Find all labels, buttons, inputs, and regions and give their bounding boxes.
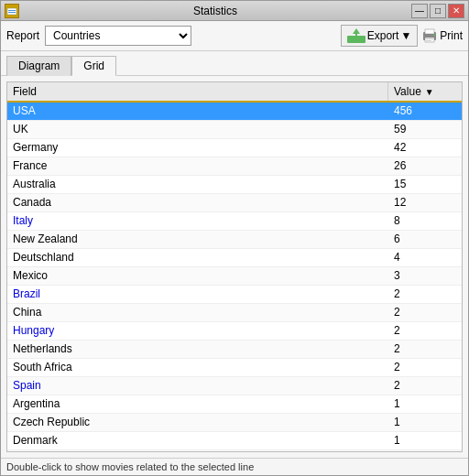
- table-row[interactable]: Canada12: [7, 194, 462, 212]
- export-dropdown-icon: ▼: [400, 29, 411, 42]
- table-row[interactable]: Australia15: [7, 176, 462, 194]
- status-text: Double-click to show movies related to t…: [6, 461, 254, 472]
- cell-field: Denmark: [7, 432, 388, 449]
- report-label: Report: [6, 29, 39, 42]
- cell-value: 2: [388, 341, 462, 358]
- sort-icon[interactable]: ▼: [425, 87, 434, 97]
- table-row[interactable]: France26: [7, 157, 462, 176]
- cell-field: UK: [7, 121, 388, 138]
- report-select[interactable]: Countries: [45, 26, 191, 46]
- cell-field: New Zealand: [7, 231, 388, 248]
- status-bar: Double-click to show movies related to t…: [1, 458, 468, 475]
- cell-field: Netherlands: [7, 341, 388, 358]
- cell-field: France: [7, 157, 388, 175]
- svg-rect-10: [426, 40, 431, 41]
- table-row[interactable]: Netherlands2: [7, 341, 462, 359]
- cell-field: Germany: [7, 139, 388, 157]
- svg-point-11: [433, 34, 435, 36]
- cell-field: Australia: [7, 176, 388, 193]
- cell-value: 12: [388, 194, 462, 211]
- cell-field: Deutschland: [7, 249, 388, 266]
- cell-value: 2: [388, 322, 462, 340]
- svg-rect-2: [8, 12, 16, 13]
- data-grid: Field Value ▼ USA456UK59Germany42France2…: [6, 81, 463, 452]
- cell-field: Canada: [7, 194, 388, 211]
- table-row[interactable]: Greece1: [7, 450, 462, 451]
- cell-field: Greece: [7, 450, 388, 451]
- cell-value: 26: [388, 157, 462, 175]
- table-row[interactable]: Czech Republic1: [7, 414, 462, 432]
- tab-grid[interactable]: Grid: [71, 56, 116, 76]
- table-row[interactable]: UK59: [7, 121, 462, 139]
- table-row[interactable]: Mexico3: [7, 267, 462, 286]
- cell-value: 456: [388, 103, 462, 120]
- cell-field: Hungary: [7, 322, 388, 340]
- svg-rect-1: [8, 10, 16, 11]
- table-row[interactable]: Brazil2: [7, 286, 462, 304]
- main-window: Statistics — □ ✕ Report Countries Export…: [0, 0, 469, 476]
- grid-header: Field Value ▼: [7, 82, 462, 103]
- table-row[interactable]: USA456: [7, 103, 462, 121]
- close-button[interactable]: ✕: [448, 4, 464, 18]
- export-label: Export: [367, 29, 399, 42]
- svg-rect-5: [355, 32, 357, 37]
- table-row[interactable]: New Zealand6: [7, 231, 462, 249]
- table-row[interactable]: Hungary2: [7, 322, 462, 341]
- window-title: Statistics: [19, 5, 411, 17]
- content-area: Field Value ▼ USA456UK59Germany42France2…: [1, 76, 468, 458]
- cell-field: Czech Republic: [7, 414, 388, 431]
- cell-value: 1: [388, 432, 462, 449]
- svg-rect-3: [347, 36, 365, 43]
- print-button[interactable]: Print: [421, 25, 463, 47]
- header-field: Field: [7, 82, 388, 101]
- cell-field: Brazil: [7, 286, 388, 303]
- minimize-button[interactable]: —: [411, 4, 428, 18]
- header-value: Value ▼: [388, 82, 462, 101]
- table-row[interactable]: Italy8: [7, 212, 462, 231]
- cell-value: 1: [388, 450, 462, 451]
- cell-field: Italy: [7, 212, 388, 230]
- cell-value: 2: [388, 359, 462, 376]
- table-row[interactable]: Argentina1: [7, 395, 462, 414]
- print-icon: [421, 28, 438, 43]
- table-row[interactable]: South Africa2: [7, 359, 462, 377]
- cell-value: 59: [388, 121, 462, 138]
- header-value-label: Value: [394, 85, 421, 98]
- cell-field: USA: [7, 103, 388, 120]
- cell-value: 8: [388, 212, 462, 230]
- maximize-button[interactable]: □: [430, 4, 446, 18]
- print-label: Print: [440, 29, 463, 42]
- cell-value: 6: [388, 231, 462, 248]
- export-button[interactable]: Export ▼: [341, 25, 419, 47]
- table-row[interactable]: Deutschland4: [7, 249, 462, 267]
- cell-field: China: [7, 304, 388, 321]
- tab-diagram[interactable]: Diagram: [6, 56, 71, 76]
- table-row[interactable]: Germany42: [7, 139, 462, 157]
- svg-rect-9: [426, 38, 433, 39]
- cell-value: 2: [388, 377, 462, 395]
- window-controls: — □ ✕: [411, 4, 464, 18]
- cell-value: 1: [388, 414, 462, 431]
- cell-field: Mexico: [7, 267, 388, 285]
- cell-value: 15: [388, 176, 462, 193]
- title-bar: Statistics — □ ✕: [1, 1, 468, 21]
- cell-field: Spain: [7, 377, 388, 395]
- table-row[interactable]: China2: [7, 304, 462, 322]
- app-icon: [5, 4, 19, 18]
- toolbar-actions: Export ▼ Print: [341, 25, 463, 47]
- svg-rect-8: [425, 38, 434, 42]
- table-row[interactable]: Spain2: [7, 377, 462, 395]
- cell-value: 42: [388, 139, 462, 157]
- cell-value: 3: [388, 267, 462, 285]
- svg-rect-0: [7, 8, 16, 15]
- toolbar: Report Countries Export ▼: [1, 21, 468, 51]
- cell-field: Argentina: [7, 395, 388, 413]
- cell-value: 4: [388, 249, 462, 266]
- grid-body[interactable]: USA456UK59Germany42France26Australia15Ca…: [7, 103, 462, 451]
- table-row[interactable]: Denmark1: [7, 432, 462, 450]
- tabs-bar: Diagram Grid: [1, 51, 468, 76]
- cell-field: South Africa: [7, 359, 388, 376]
- export-icon: [347, 28, 365, 43]
- cell-value: 2: [388, 286, 462, 303]
- cell-value: 2: [388, 304, 462, 321]
